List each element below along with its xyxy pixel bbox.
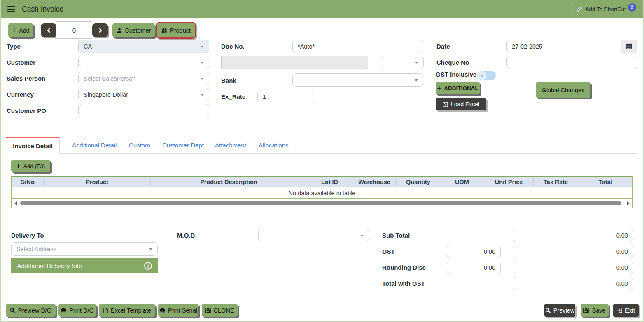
calendar-button[interactable] xyxy=(621,40,637,53)
sales-person-placeholder: Select SalesPerson xyxy=(84,75,136,82)
table-header-row: SrNo Product Product Description Lot ID … xyxy=(12,177,632,187)
plus-icon: + xyxy=(437,84,441,91)
app-header: Cash Invoice Add To ShortCut 2 xyxy=(0,0,644,18)
save-icon xyxy=(205,308,211,313)
file-icon xyxy=(103,308,108,313)
total-with-gst-input[interactable] xyxy=(513,277,633,290)
tab-attachment[interactable]: Attachment xyxy=(215,137,246,153)
ex-rate-input[interactable] xyxy=(257,90,315,103)
type-label: Type xyxy=(7,43,21,50)
excel-template-button[interactable]: Excel Template xyxy=(99,304,155,317)
rounding-disc-label: Rounding Disc xyxy=(382,264,426,271)
doc-no-input[interactable] xyxy=(292,40,423,53)
add-button[interactable]: + Add xyxy=(8,23,33,37)
address-select[interactable]: Select Address xyxy=(11,242,158,256)
save-icon xyxy=(583,308,589,313)
tab-customer-dept[interactable]: Customer Dept xyxy=(162,137,204,153)
column-header-product: Product xyxy=(44,177,151,187)
calendar-icon xyxy=(626,43,633,50)
type-value: CA xyxy=(84,43,92,50)
tab-invoice-detail[interactable]: Invoice Detail xyxy=(6,137,60,154)
shortcut-label: Add To ShortCut xyxy=(585,6,626,12)
caret-down-icon xyxy=(415,62,418,64)
mod-label: M.O.D xyxy=(177,232,195,239)
tab-custom[interactable]: Custom xyxy=(129,137,150,153)
rocket-icon xyxy=(576,6,583,12)
scroll-right-arrow[interactable] xyxy=(627,201,630,205)
sub-total-input[interactable] xyxy=(513,229,633,242)
person-icon xyxy=(117,28,122,33)
toggle-knob: × xyxy=(478,71,486,80)
caret-down-icon xyxy=(201,94,204,96)
preview-button[interactable]: Preview xyxy=(544,304,575,317)
product-button[interactable]: Product xyxy=(157,23,195,37)
caret-down-icon xyxy=(360,235,364,237)
column-header-total: Total xyxy=(578,177,632,187)
delivery-to-label: Delivery To xyxy=(11,232,44,239)
bank-label: Bank xyxy=(221,77,236,84)
additional-delivery-info-bar[interactable]: Additional Delivery Info + xyxy=(11,258,158,273)
record-number-input[interactable] xyxy=(56,21,92,39)
type-select[interactable]: CA xyxy=(78,40,209,53)
customer-button[interactable]: Customer xyxy=(112,23,155,37)
preview-do-button[interactable]: Preview D/O xyxy=(6,304,56,317)
customer-po-label: Customer PO xyxy=(7,107,46,114)
caret-down-icon xyxy=(201,62,204,64)
tab-additional-detail[interactable]: Additional Detail xyxy=(72,137,117,153)
clone-button[interactable]: CLONE xyxy=(202,304,238,317)
caret-down-icon xyxy=(201,78,204,80)
additional-button[interactable]: + ADDITIONAL xyxy=(436,82,480,94)
global-changes-button[interactable]: Global Changes xyxy=(536,82,590,98)
column-header-warehouse: Warehouse xyxy=(352,177,397,187)
menu-icon[interactable] xyxy=(7,5,16,14)
total-with-gst-label: Total with GST xyxy=(382,280,425,287)
cash-invoice-page: Cash Invoice Add To ShortCut 2 + Add Cus… xyxy=(0,0,644,322)
sales-person-select[interactable]: Select SalesPerson xyxy=(78,72,209,85)
page-title: Cash Invoice xyxy=(22,5,63,14)
exit-button[interactable]: Exit xyxy=(613,304,639,317)
empty-table-message: No data available in table xyxy=(12,187,632,199)
rounding-disc-rate-input[interactable] xyxy=(447,261,501,274)
print-do-button[interactable]: Print D/O xyxy=(58,304,96,317)
column-header-tax-rate: Tax Rate xyxy=(534,177,578,187)
gst-total-label: GST xyxy=(382,248,395,255)
caret-down-icon xyxy=(201,46,204,48)
print-serial-button[interactable]: Print Serial xyxy=(158,304,198,317)
scroll-left-arrow[interactable] xyxy=(14,201,17,205)
chevron-left-icon xyxy=(47,28,51,33)
cheque-no-input[interactable] xyxy=(506,56,637,69)
exit-icon xyxy=(617,308,622,313)
printer-icon xyxy=(159,308,165,313)
record-prev-button[interactable] xyxy=(41,23,56,37)
add-f3-button[interactable]: + Add (F3) xyxy=(11,160,50,172)
customer-po-input[interactable] xyxy=(78,104,209,117)
plus-icon: + xyxy=(12,26,16,33)
doc-sub-select[interactable] xyxy=(381,56,424,69)
gst-rate-input[interactable] xyxy=(447,245,501,258)
plus-icon: + xyxy=(16,162,21,169)
currency-value: Singapore Dollar xyxy=(84,91,128,98)
load-excel-button[interactable]: Load Excel xyxy=(436,98,486,110)
gst-input[interactable] xyxy=(513,245,633,258)
scrollbar-track[interactable] xyxy=(19,201,625,206)
gst-toggle[interactable]: × xyxy=(477,71,496,80)
scrollbar-thumb[interactable] xyxy=(20,201,621,205)
column-header-unit-price: Unit Price xyxy=(484,177,534,187)
record-next-button[interactable] xyxy=(92,23,108,37)
mod-select[interactable] xyxy=(258,229,369,242)
tab-allocations[interactable]: Allocations xyxy=(259,137,289,153)
doc-no-label: Doc No. xyxy=(221,43,245,50)
currency-select[interactable]: Singapore Dollar xyxy=(78,88,209,101)
gift-icon xyxy=(161,28,167,33)
table-h-scrollbar[interactable] xyxy=(12,199,632,208)
add-to-shortcut-button[interactable]: Add To ShortCut 2 xyxy=(572,3,639,15)
customer-select[interactable] xyxy=(78,56,209,69)
excel-icon xyxy=(443,102,448,107)
plus-circle-icon: + xyxy=(144,262,152,270)
rounding-disc-input[interactable] xyxy=(513,261,633,274)
date-input[interactable] xyxy=(506,40,621,53)
column-header-srno: SrNo xyxy=(12,177,44,187)
save-button[interactable]: Save xyxy=(581,304,609,317)
bank-select[interactable] xyxy=(292,73,423,87)
tab-bar: Invoice Detail Additional Detail Custom … xyxy=(6,137,638,154)
